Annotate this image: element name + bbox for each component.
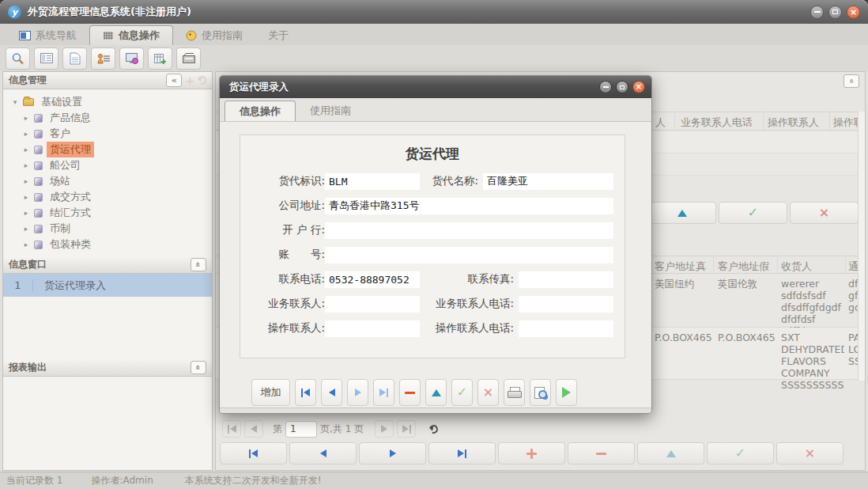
agent-name-label: 货代名称: [420,174,478,188]
last-record-button[interactable] [373,379,394,406]
search-button[interactable] [6,47,30,70]
prev-record-button[interactable] [321,379,342,406]
chevron-up-icon: « [192,262,204,267]
tree-item-label: 产品信息 [47,110,94,126]
wand-icon [34,193,43,202]
main-tab-bar: 系统导航 信息操作 使用指南 关于 [0,24,868,45]
confirm-button[interactable]: ✓ [719,202,787,224]
minimize-icon [814,11,821,13]
triangle-up-icon [432,389,441,396]
company-address-field[interactable] [325,198,613,214]
refresh-button[interactable] [424,420,443,438]
last-page-button[interactable] [397,420,416,438]
biz-phone-field[interactable] [519,296,613,313]
tab-user-guide[interactable]: 使用指南 [173,25,255,45]
tab-about[interactable]: 关于 [255,25,301,45]
table-add-button[interactable] [148,47,172,70]
next-page-button[interactable] [375,420,394,438]
maximize-button[interactable] [828,6,842,19]
first-page-button[interactable] [222,420,241,438]
first-record-button[interactable] [220,442,287,464]
dialog-minimize-button[interactable] [599,81,612,93]
minimize-button[interactable] [810,6,824,19]
post-record-button[interactable]: ✓ [707,442,774,464]
expanded-arrow-icon: ▾ [11,98,19,106]
agent-name-field[interactable] [483,173,613,190]
user-info-button[interactable] [91,47,115,70]
next-record-button[interactable] [347,379,368,406]
op-contact-field[interactable] [325,320,420,337]
archive-button[interactable] [176,47,201,70]
tree-item-product-info[interactable]: ▸产品信息 [11,110,212,126]
window-icon [19,31,31,40]
dialog-tab-info-ops[interactable]: 信息操作 [225,100,296,121]
plus-icon [526,449,537,459]
prev-page-button[interactable] [244,420,263,438]
post-record-button[interactable]: ✓ [451,379,473,406]
tree-item-currency[interactable]: ▸币制 [11,221,212,237]
account-field[interactable] [325,247,613,263]
print-preview-button[interactable] [530,379,551,406]
dialog-tab-guide[interactable]: 使用指南 [296,100,365,121]
phone-field[interactable] [325,271,420,288]
last-record-button[interactable] [428,442,496,464]
tab-label: 关于 [268,28,289,43]
tab-info-ops[interactable]: 信息操作 [89,25,173,45]
triangle-right-icon [379,389,386,396]
collapse-content-button[interactable]: « [843,74,859,88]
add-button[interactable]: 增加 [251,379,290,406]
agent-id-field[interactable] [325,173,420,190]
list-item-freight-entry[interactable]: 1 货运代理录入 [3,274,212,297]
collapse-info-window-button[interactable]: « [191,258,206,271]
triangle-left-icon [251,449,258,457]
tree-item-package-type[interactable]: ▸包装种类 [11,237,212,252]
tree-root[interactable]: ▾ 基础设置 [11,94,212,110]
dialog-title-bar[interactable]: 货运代理录入 × [220,76,651,98]
dialog-maximize-button[interactable] [616,81,628,93]
tree-item-settlement[interactable]: ▸结汇方式 [11,205,212,221]
data-list-button[interactable] [34,47,58,70]
dialog-close-button[interactable]: × [632,81,645,93]
run-button[interactable] [556,379,577,406]
tree-item-terminal[interactable]: ▸场站 [11,173,212,189]
tree-item-shipping-company[interactable]: ▸船公司 [11,157,212,173]
edit-record-button[interactable] [637,442,704,464]
cancel-button[interactable]: × [790,202,859,224]
wand-icon [34,130,43,138]
reports-header: 报表输出 « [3,359,212,377]
fax-field[interactable] [519,271,613,288]
collapse-sidebar-button[interactable]: « [166,74,182,87]
tree-item-trade-terms[interactable]: ▸成交方式 [11,189,212,205]
tab-system-nav[interactable]: 系统导航 [6,25,89,45]
print-button[interactable] [504,379,525,406]
tree-item-customer[interactable]: ▸客户 [11,126,212,142]
bank-field[interactable] [325,222,613,239]
delete-record-button[interactable] [568,442,635,464]
cancel-record-button[interactable]: × [477,379,499,406]
delete-record-button[interactable] [399,379,421,406]
first-record-button[interactable] [295,379,316,406]
fax-label: 联系传真: [420,272,514,286]
biz-contact-field[interactable] [325,296,420,313]
x-icon: × [805,447,815,460]
prev-record-button[interactable] [289,442,357,464]
triangle-right-icon [355,389,361,396]
screen-button[interactable] [119,47,144,70]
close-button[interactable]: × [847,6,860,19]
next-record-button[interactable] [359,442,426,464]
status-message: 本系统支持二次开发和全新开发! [185,474,322,487]
tree-item-freight-agent[interactable]: ▸货运代理 [11,142,212,157]
op-phone-field[interactable] [519,320,613,337]
edit-record-button[interactable] [425,379,447,406]
cancel-record-button[interactable]: × [776,442,843,464]
add-record-button[interactable] [498,442,565,464]
collapsed-arrow-icon: ▸ [22,241,30,248]
maximize-icon [832,9,838,14]
biz-contact-label: 业务联系人: [251,297,325,311]
collapse-reports-button[interactable]: « [191,361,206,374]
move-up-button[interactable] [647,202,716,224]
document-button[interactable] [62,47,87,70]
page-number-input[interactable] [285,421,317,438]
cell-addr-alt: 英国伦敦 [718,278,775,290]
scrollbar-track[interactable] [858,112,865,381]
